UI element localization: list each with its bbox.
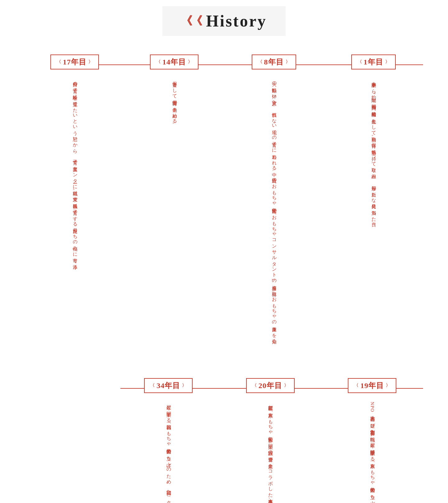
year-badge-1[interactable]: 〈 1年目 〉 — [351, 55, 396, 69]
year-badge-17[interactable]: 〈 17年目 〉 — [50, 55, 99, 69]
year-content-14: 保育士として保育園で働き始める。 — [170, 78, 179, 127]
year-col-1: 〈 1年目 〉 大学卒業から約7年間、福岡市内で幼稚園の先生として勤務。保育に情… — [324, 55, 423, 347]
next-arrow-19[interactable]: 〉 — [386, 383, 390, 388]
row2-columns: 〈 34年目 〉 翌年に開業する「福岡おもちゃ美術館」の立ち上げのため、福岡へU… — [25, 378, 423, 503]
next-arrow-20[interactable]: 〉 — [284, 383, 288, 388]
year-col-8: 〈 8年目 〉 夫の転勤に伴い東京へ。慣れない地での子育てに追われる中、近所の「… — [224, 55, 324, 347]
prev-arrow-8[interactable]: 〈 — [258, 59, 262, 65]
year-label-19: 19年目 — [360, 381, 384, 391]
year-badge-19[interactable]: 〈 19年目 〉 — [348, 378, 396, 393]
year-content-20: 新宿区に「東京おもちゃ美術館」を開業。施設の運営や企業とコラボした木育推進、被災… — [266, 402, 275, 503]
year-badge-34[interactable]: 〈 34年目 〉 — [144, 378, 193, 393]
year-content-1: 大学卒業から約7年間、福岡市内で幼稚園の先生として勤務。保育に情熱を持って取り組… — [369, 78, 378, 225]
prev-arrow-34[interactable]: 〈 — [150, 383, 155, 388]
year-label-8: 8年目 — [264, 57, 284, 67]
row1-columns: 〈 17年目 〉 自身の子育て経験を役立てたいという思いから、子育て支援センター… — [25, 55, 423, 347]
year-badge-14[interactable]: 〈 14年目 〉 — [150, 55, 198, 69]
history-title-box: 《《 History — [162, 6, 286, 36]
year-label-1: 1年目 — [364, 57, 383, 67]
next-arrow-17[interactable]: 〉 — [88, 59, 93, 65]
year-content-17: 自身の子育て経験を役立てたいという思いから、子育て支援センターに就職。東京で孤独… — [70, 78, 79, 273]
prev-arrow-20[interactable]: 〈 — [252, 383, 257, 388]
year-col-20: 〈 20年目 〉 新宿区に「東京おもちゃ美術館」を開業。施設の運営や企業とコラボ… — [219, 378, 321, 503]
header-section: 《《 History — [25, 0, 423, 55]
year-label-34: 34年目 — [156, 381, 180, 391]
year-content-34: 翌年に開業する「福岡おもちゃ美術館」の立ち上げのため、福岡へUターン。コロナ禍で… — [164, 402, 173, 503]
year-label-14: 14年目 — [162, 57, 186, 67]
next-arrow-14[interactable]: 〉 — [188, 59, 192, 65]
prev-arrow-19[interactable]: 〈 — [354, 383, 358, 388]
row2-spacer — [25, 378, 118, 503]
timeline-row-2: 〈 34年目 〉 翌年に開業する「福岡おもちゃ美術館」の立ち上げのため、福岡へU… — [25, 378, 423, 503]
history-arrows-icon: 《《 — [181, 13, 201, 29]
year-label-17: 17年目 — [63, 57, 86, 67]
next-arrow-34[interactable]: 〉 — [182, 383, 186, 388]
year-label-20: 20年目 — [259, 381, 282, 391]
year-content-8: 夫の転勤に伴い東京へ。慣れない地での子育てに追われる中、近所の「おもちゃ美術館」… — [269, 78, 278, 347]
year-badge-8[interactable]: 〈 8年目 〉 — [252, 55, 296, 69]
year-content-19: NPO法人芸術と遊び創造協会へ転職。翌年に移設開業する「東京おもちゃ美術館」の立… — [368, 402, 377, 503]
year-badge-20[interactable]: 〈 20年目 〉 — [246, 378, 295, 393]
year-col-19: 〈 19年目 〉 NPO法人芸術と遊び創造協会へ転職。翌年に移設開業する「東京お… — [321, 378, 423, 503]
prev-arrow-1[interactable]: 〈 — [357, 59, 362, 65]
prev-arrow-14[interactable]: 〈 — [156, 59, 161, 65]
page-title: History — [206, 12, 267, 30]
year-col-14: 〈 14年目 〉 保育士として保育園で働き始める。 — [124, 55, 224, 347]
timeline-row-1: 〈 17年目 〉 自身の子育て経験を役立てたいという思いから、子育て支援センター… — [25, 55, 423, 347]
year-col-17: 〈 17年目 〉 自身の子育て経験を役立てたいという思いから、子育て支援センター… — [25, 55, 124, 347]
prev-arrow-17[interactable]: 〈 — [57, 59, 61, 65]
next-arrow-1[interactable]: 〉 — [385, 59, 390, 65]
next-arrow-8[interactable]: 〉 — [286, 59, 290, 65]
year-col-34: 〈 34年目 〉 翌年に開業する「福岡おもちゃ美術館」の立ち上げのため、福岡へU… — [118, 378, 220, 503]
